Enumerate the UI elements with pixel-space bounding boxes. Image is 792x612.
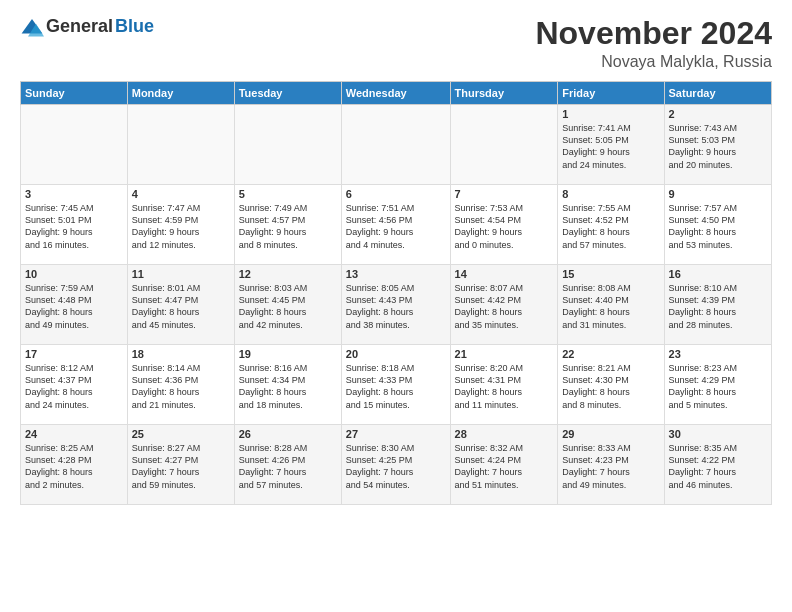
day-number: 14 xyxy=(455,268,554,280)
day-number: 13 xyxy=(346,268,446,280)
day-info: Sunrise: 7:45 AM Sunset: 5:01 PM Dayligh… xyxy=(25,202,123,251)
calendar-cell: 18Sunrise: 8:14 AM Sunset: 4:36 PM Dayli… xyxy=(127,345,234,425)
day-number: 30 xyxy=(669,428,767,440)
day-number: 15 xyxy=(562,268,659,280)
day-number: 20 xyxy=(346,348,446,360)
calendar-week-3: 10Sunrise: 7:59 AM Sunset: 4:48 PM Dayli… xyxy=(21,265,772,345)
calendar-cell xyxy=(127,105,234,185)
logo: GeneralBlue xyxy=(20,16,154,37)
calendar-cell xyxy=(341,105,450,185)
location-text: Novaya Malykla, Russia xyxy=(535,53,772,71)
day-number: 6 xyxy=(346,188,446,200)
day-number: 29 xyxy=(562,428,659,440)
calendar-cell: 13Sunrise: 8:05 AM Sunset: 4:43 PM Dayli… xyxy=(341,265,450,345)
day-info: Sunrise: 8:23 AM Sunset: 4:29 PM Dayligh… xyxy=(669,362,767,411)
day-info: Sunrise: 8:03 AM Sunset: 4:45 PM Dayligh… xyxy=(239,282,337,331)
day-info: Sunrise: 8:25 AM Sunset: 4:28 PM Dayligh… xyxy=(25,442,123,491)
day-number: 10 xyxy=(25,268,123,280)
calendar-cell: 22Sunrise: 8:21 AM Sunset: 4:30 PM Dayli… xyxy=(558,345,664,425)
day-info: Sunrise: 7:53 AM Sunset: 4:54 PM Dayligh… xyxy=(455,202,554,251)
day-number: 2 xyxy=(669,108,767,120)
weekday-header-sunday: Sunday xyxy=(21,82,128,105)
calendar-cell: 12Sunrise: 8:03 AM Sunset: 4:45 PM Dayli… xyxy=(234,265,341,345)
calendar-cell: 15Sunrise: 8:08 AM Sunset: 4:40 PM Dayli… xyxy=(558,265,664,345)
calendar-cell: 2Sunrise: 7:43 AM Sunset: 5:03 PM Daylig… xyxy=(664,105,771,185)
day-info: Sunrise: 8:33 AM Sunset: 4:23 PM Dayligh… xyxy=(562,442,659,491)
calendar-cell: 26Sunrise: 8:28 AM Sunset: 4:26 PM Dayli… xyxy=(234,425,341,505)
calendar-week-1: 1Sunrise: 7:41 AM Sunset: 5:05 PM Daylig… xyxy=(21,105,772,185)
weekday-header-monday: Monday xyxy=(127,82,234,105)
day-info: Sunrise: 8:20 AM Sunset: 4:31 PM Dayligh… xyxy=(455,362,554,411)
logo-icon xyxy=(20,17,44,37)
day-info: Sunrise: 8:10 AM Sunset: 4:39 PM Dayligh… xyxy=(669,282,767,331)
calendar-cell: 16Sunrise: 8:10 AM Sunset: 4:39 PM Dayli… xyxy=(664,265,771,345)
day-number: 9 xyxy=(669,188,767,200)
calendar-cell: 1Sunrise: 7:41 AM Sunset: 5:05 PM Daylig… xyxy=(558,105,664,185)
day-info: Sunrise: 7:47 AM Sunset: 4:59 PM Dayligh… xyxy=(132,202,230,251)
day-info: Sunrise: 8:12 AM Sunset: 4:37 PM Dayligh… xyxy=(25,362,123,411)
day-number: 25 xyxy=(132,428,230,440)
day-number: 23 xyxy=(669,348,767,360)
calendar-cell: 24Sunrise: 8:25 AM Sunset: 4:28 PM Dayli… xyxy=(21,425,128,505)
day-info: Sunrise: 7:55 AM Sunset: 4:52 PM Dayligh… xyxy=(562,202,659,251)
calendar-cell: 11Sunrise: 8:01 AM Sunset: 4:47 PM Dayli… xyxy=(127,265,234,345)
logo-blue-text: Blue xyxy=(115,16,154,37)
weekday-header-wednesday: Wednesday xyxy=(341,82,450,105)
day-info: Sunrise: 7:59 AM Sunset: 4:48 PM Dayligh… xyxy=(25,282,123,331)
calendar-cell: 19Sunrise: 8:16 AM Sunset: 4:34 PM Dayli… xyxy=(234,345,341,425)
day-info: Sunrise: 8:30 AM Sunset: 4:25 PM Dayligh… xyxy=(346,442,446,491)
month-title: November 2024 xyxy=(535,16,772,51)
weekday-header-tuesday: Tuesday xyxy=(234,82,341,105)
calendar-cell: 5Sunrise: 7:49 AM Sunset: 4:57 PM Daylig… xyxy=(234,185,341,265)
day-number: 27 xyxy=(346,428,446,440)
calendar-week-5: 24Sunrise: 8:25 AM Sunset: 4:28 PM Dayli… xyxy=(21,425,772,505)
day-number: 18 xyxy=(132,348,230,360)
day-info: Sunrise: 8:18 AM Sunset: 4:33 PM Dayligh… xyxy=(346,362,446,411)
page-header: GeneralBlue November 2024 Novaya Malykla… xyxy=(20,16,772,71)
calendar-header-row: SundayMondayTuesdayWednesdayThursdayFrid… xyxy=(21,82,772,105)
weekday-header-friday: Friday xyxy=(558,82,664,105)
day-number: 11 xyxy=(132,268,230,280)
calendar-cell: 17Sunrise: 8:12 AM Sunset: 4:37 PM Dayli… xyxy=(21,345,128,425)
calendar-cell: 10Sunrise: 7:59 AM Sunset: 4:48 PM Dayli… xyxy=(21,265,128,345)
day-number: 12 xyxy=(239,268,337,280)
day-info: Sunrise: 8:01 AM Sunset: 4:47 PM Dayligh… xyxy=(132,282,230,331)
calendar-cell: 7Sunrise: 7:53 AM Sunset: 4:54 PM Daylig… xyxy=(450,185,558,265)
calendar-cell xyxy=(21,105,128,185)
calendar-cell: 14Sunrise: 8:07 AM Sunset: 4:42 PM Dayli… xyxy=(450,265,558,345)
day-number: 28 xyxy=(455,428,554,440)
day-info: Sunrise: 7:43 AM Sunset: 5:03 PM Dayligh… xyxy=(669,122,767,171)
day-info: Sunrise: 8:27 AM Sunset: 4:27 PM Dayligh… xyxy=(132,442,230,491)
day-number: 17 xyxy=(25,348,123,360)
calendar-cell: 6Sunrise: 7:51 AM Sunset: 4:56 PM Daylig… xyxy=(341,185,450,265)
calendar-cell: 3Sunrise: 7:45 AM Sunset: 5:01 PM Daylig… xyxy=(21,185,128,265)
day-number: 1 xyxy=(562,108,659,120)
calendar-cell: 9Sunrise: 7:57 AM Sunset: 4:50 PM Daylig… xyxy=(664,185,771,265)
day-info: Sunrise: 8:21 AM Sunset: 4:30 PM Dayligh… xyxy=(562,362,659,411)
calendar-cell: 27Sunrise: 8:30 AM Sunset: 4:25 PM Dayli… xyxy=(341,425,450,505)
day-info: Sunrise: 7:57 AM Sunset: 4:50 PM Dayligh… xyxy=(669,202,767,251)
day-info: Sunrise: 8:16 AM Sunset: 4:34 PM Dayligh… xyxy=(239,362,337,411)
calendar-cell xyxy=(450,105,558,185)
day-info: Sunrise: 7:49 AM Sunset: 4:57 PM Dayligh… xyxy=(239,202,337,251)
day-number: 7 xyxy=(455,188,554,200)
weekday-header-thursday: Thursday xyxy=(450,82,558,105)
logo-general-text: General xyxy=(46,16,113,37)
calendar-week-2: 3Sunrise: 7:45 AM Sunset: 5:01 PM Daylig… xyxy=(21,185,772,265)
calendar-week-4: 17Sunrise: 8:12 AM Sunset: 4:37 PM Dayli… xyxy=(21,345,772,425)
day-info: Sunrise: 8:05 AM Sunset: 4:43 PM Dayligh… xyxy=(346,282,446,331)
day-number: 22 xyxy=(562,348,659,360)
day-number: 19 xyxy=(239,348,337,360)
calendar-cell: 28Sunrise: 8:32 AM Sunset: 4:24 PM Dayli… xyxy=(450,425,558,505)
day-number: 8 xyxy=(562,188,659,200)
calendar-cell xyxy=(234,105,341,185)
day-number: 3 xyxy=(25,188,123,200)
day-number: 21 xyxy=(455,348,554,360)
day-info: Sunrise: 8:32 AM Sunset: 4:24 PM Dayligh… xyxy=(455,442,554,491)
day-info: Sunrise: 8:14 AM Sunset: 4:36 PM Dayligh… xyxy=(132,362,230,411)
day-info: Sunrise: 8:35 AM Sunset: 4:22 PM Dayligh… xyxy=(669,442,767,491)
day-info: Sunrise: 8:07 AM Sunset: 4:42 PM Dayligh… xyxy=(455,282,554,331)
day-number: 16 xyxy=(669,268,767,280)
calendar-cell: 21Sunrise: 8:20 AM Sunset: 4:31 PM Dayli… xyxy=(450,345,558,425)
day-info: Sunrise: 7:41 AM Sunset: 5:05 PM Dayligh… xyxy=(562,122,659,171)
